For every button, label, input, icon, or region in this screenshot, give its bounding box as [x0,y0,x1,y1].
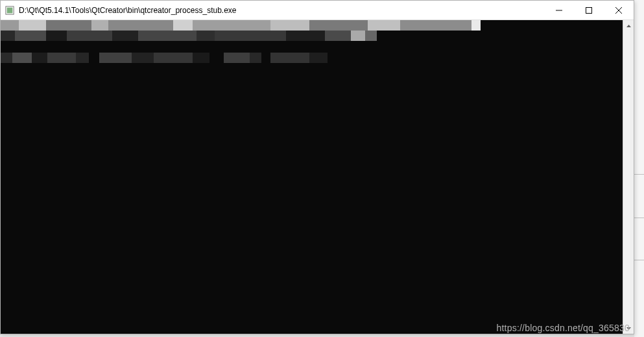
maximize-button[interactable] [574,1,604,20]
console-output[interactable] [1,20,623,334]
app-icon [5,5,15,16]
bg-divider [634,218,644,218]
close-button[interactable] [604,1,634,20]
client-area [1,20,634,334]
scroll-up-button[interactable] [623,20,634,31]
minimize-button[interactable] [544,1,574,20]
bg-divider [634,174,644,175]
scrollbar-track[interactable] [623,31,634,323]
bg-divider [634,260,644,260]
vertical-scrollbar[interactable] [623,20,634,334]
background-panel [634,0,644,337]
svg-marker-6 [626,25,631,27]
console-window: D:\Qt\Qt5.14.1\Tools\QtCreator\bin\qtcre… [0,0,634,334]
window-title: D:\Qt\Qt5.14.1\Tools\QtCreator\bin\qtcre… [19,6,544,15]
window-controls [544,1,634,19]
svg-rect-3 [586,8,592,14]
svg-marker-7 [626,327,631,330]
redacted-content [1,20,623,63]
svg-rect-1 [7,7,13,13]
scroll-down-button[interactable] [623,323,634,334]
titlebar[interactable]: D:\Qt\Qt5.14.1\Tools\QtCreator\bin\qtcre… [1,1,634,20]
